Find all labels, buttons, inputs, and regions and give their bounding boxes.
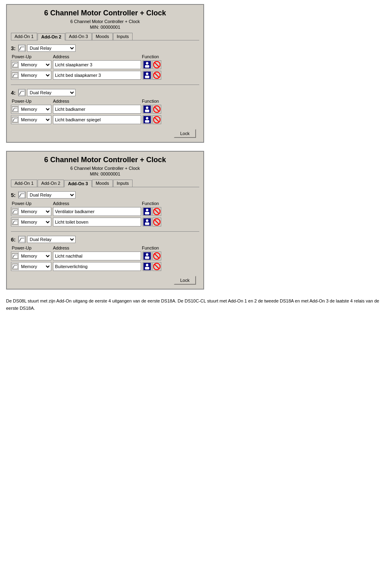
function-person-button[interactable]	[143, 71, 152, 80]
panel-title: 6 Channel Motor Controller + Clock	[11, 9, 199, 17]
relay-icon	[18, 191, 25, 199]
svg-rect-41	[145, 120, 150, 123]
table-row: Memory	[11, 105, 199, 114]
address-input[interactable]	[53, 218, 141, 226]
memory-dropdown[interactable]: Memory	[19, 219, 51, 225]
section-type-select[interactable]: Dual Relay	[27, 236, 76, 243]
function-person-button[interactable]	[143, 105, 152, 114]
tabs: Add-On 1Add-On 2Add-On 3MoodsInputs	[11, 33, 199, 40]
section-type-select[interactable]: Dual Relay	[27, 89, 76, 96]
function-buttons	[143, 71, 161, 80]
tab-add-on-3[interactable]: Add-On 3	[64, 180, 92, 187]
section-number: 6:	[11, 237, 16, 243]
memory-select-wrapper: Memory	[11, 262, 51, 271]
svg-line-12	[155, 63, 159, 67]
section-divider	[11, 85, 199, 85]
panel-min: MIN: 00000001	[11, 171, 199, 176]
address-input[interactable]	[53, 207, 141, 216]
memory-icon	[11, 252, 19, 260]
function-person-button[interactable]	[143, 218, 152, 226]
function-no-button[interactable]	[152, 207, 161, 216]
svg-rect-76	[145, 256, 150, 259]
panels-container: 6 Channel Motor Controller + Clock6 Chan…	[6, 4, 382, 290]
lock-button[interactable]: Lock	[174, 129, 196, 138]
tab-add-on-1[interactable]: Add-On 1	[11, 33, 37, 40]
function-no-button[interactable]	[152, 115, 161, 124]
memory-icon	[11, 61, 19, 68]
function-no-button[interactable]	[152, 252, 161, 260]
tab-moods[interactable]: Moods	[92, 180, 113, 187]
table-row: Memory	[11, 262, 199, 271]
tab-add-on-1[interactable]: Add-On 1	[11, 180, 37, 187]
svg-point-31	[146, 106, 148, 109]
function-person-button[interactable]	[143, 207, 152, 216]
function-buttons	[143, 262, 161, 271]
memory-dropdown[interactable]: Memory	[19, 209, 51, 214]
address-input[interactable]	[53, 60, 141, 69]
address-input[interactable]	[53, 71, 141, 80]
tab-inputs[interactable]: Inputs	[113, 180, 133, 187]
svg-point-62	[146, 219, 148, 222]
tab-add-on-2[interactable]: Add-On 2	[38, 180, 64, 187]
tab-moods[interactable]: Moods	[92, 33, 113, 40]
memory-select-wrapper: Memory	[11, 115, 51, 124]
function-person-button[interactable]	[143, 115, 152, 124]
section-2: 6: Dual RelayPower-UpAddressFunction Mem…	[11, 236, 199, 271]
function-no-button[interactable]	[152, 105, 161, 114]
lock-row: Lock	[11, 276, 199, 285]
power-up-header: Power-Up	[12, 99, 52, 104]
svg-rect-54	[145, 212, 150, 214]
memory-icon	[11, 116, 19, 123]
svg-point-18	[146, 72, 148, 75]
memory-dropdown[interactable]: Memory	[19, 253, 51, 259]
function-no-button[interactable]	[152, 71, 161, 80]
memory-dropdown[interactable]: Memory	[19, 264, 51, 269]
svg-line-65	[155, 220, 159, 224]
memory-icon	[11, 106, 19, 113]
address-input[interactable]	[53, 252, 141, 260]
power-up-header: Power-Up	[12, 201, 52, 206]
lock-row: Lock	[11, 129, 199, 138]
function-person-button[interactable]	[143, 60, 152, 69]
section-header: 4: Dual Relay	[11, 89, 199, 96]
tab-add-on-3[interactable]: Add-On 3	[65, 33, 92, 40]
function-no-button[interactable]	[152, 262, 161, 271]
section-header: 6: Dual Relay	[11, 236, 199, 243]
tab-inputs[interactable]: Inputs	[113, 33, 133, 40]
relay-icon	[18, 44, 25, 52]
section-divider	[11, 231, 199, 232]
svg-rect-32	[145, 110, 150, 112]
power-up-header: Power-Up	[12, 245, 52, 250]
svg-point-84	[146, 264, 148, 266]
lock-button[interactable]: Lock	[174, 276, 196, 285]
memory-select-wrapper: Memory	[11, 71, 51, 80]
memory-icon	[11, 218, 19, 226]
memory-dropdown[interactable]: Memory	[19, 117, 51, 123]
function-person-button[interactable]	[143, 262, 152, 271]
memory-dropdown[interactable]: Memory	[19, 62, 51, 68]
function-buttons	[143, 115, 161, 124]
memory-select-wrapper: Memory	[11, 218, 51, 226]
address-header: Address	[53, 54, 142, 59]
section-type-select[interactable]: Dual Relay	[27, 44, 76, 52]
address-input[interactable]	[53, 105, 141, 114]
function-buttons	[143, 252, 161, 260]
function-no-button[interactable]	[152, 218, 161, 226]
tab-add-on-2[interactable]: Add-On 2	[38, 33, 65, 40]
section-1: 3: Dual RelayPower-UpAddressFunction Mem…	[11, 44, 199, 80]
address-input[interactable]	[53, 115, 141, 124]
function-no-button[interactable]	[152, 60, 161, 69]
function-header: Function	[142, 245, 159, 250]
memory-select-wrapper: Memory	[11, 60, 51, 69]
section-type-select[interactable]: Dual Relay	[27, 191, 76, 199]
panel-min: MIN: 00000001	[11, 25, 199, 30]
memory-dropdown[interactable]: Memory	[19, 72, 51, 78]
relay-icon	[18, 89, 25, 96]
table-row: Memory	[11, 207, 199, 216]
function-header: Function	[142, 201, 159, 206]
address-input[interactable]	[53, 262, 141, 271]
memory-dropdown[interactable]: Memory	[19, 106, 51, 112]
column-headers: Power-UpAddressFunction	[11, 99, 199, 104]
address-header: Address	[53, 99, 142, 104]
function-person-button[interactable]	[143, 252, 152, 260]
